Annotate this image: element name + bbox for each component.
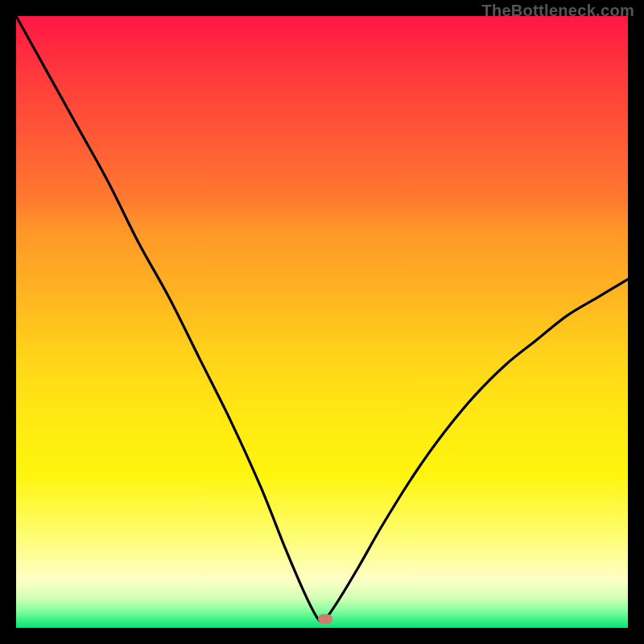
watermark-label: TheBottleneck.com — [481, 2, 634, 20]
optimal-point-marker — [318, 614, 332, 624]
gradient-background — [16, 16, 628, 628]
chart-frame — [16, 16, 628, 628]
